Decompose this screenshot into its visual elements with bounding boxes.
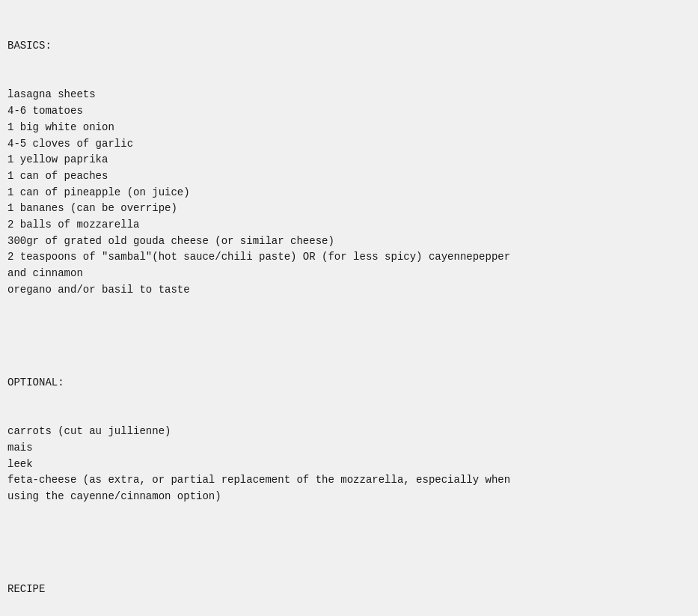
- basics-list: lasagna sheets4-6 tomatoes1 big white on…: [7, 87, 691, 298]
- optional-item: carrots (cut au jullienne): [7, 424, 691, 440]
- optional-item: mais: [7, 440, 691, 457]
- basics-item: 1 yellow paprika: [7, 152, 691, 168]
- basics-item: 4-5 cloves of garlic: [7, 136, 691, 153]
- optional-list: carrots (cut au jullienne)maisleekfeta-c…: [7, 424, 691, 504]
- basics-item: 2 teaspoons of "sambal"(hot sauce/chili …: [7, 249, 691, 266]
- recipe-content: BASICS: lasagna sheets4-6 tomatoes1 big …: [7, 6, 691, 616]
- optional-item: using the cayenne/cinnamon option): [7, 489, 691, 505]
- basics-item: 300gr of grated old gouda cheese (or sim…: [7, 234, 691, 250]
- basics-item: and cinnamon: [7, 266, 691, 282]
- optional-header: OPTIONAL:: [7, 375, 691, 391]
- basics-item: oregano and/or basil to taste: [7, 282, 691, 299]
- basics-item: 1 can of peaches: [7, 168, 691, 185]
- recipe-header: RECIPE: [7, 582, 691, 598]
- basics-header: BASICS:: [7, 38, 691, 55]
- basics-item: 1 big white onion: [7, 120, 691, 136]
- basics-item: 1 can of pineapple (on juice): [7, 185, 691, 201]
- basics-item: 2 balls of mozzarella: [7, 217, 691, 234]
- basics-item: 4-6 tomatoes: [7, 103, 691, 120]
- optional-item: feta-cheese (as extra, or partial replac…: [7, 472, 691, 489]
- basics-item: lasagna sheets: [7, 87, 691, 103]
- basics-item: 1 bananes (can be overripe): [7, 201, 691, 217]
- optional-item: leek: [7, 457, 691, 473]
